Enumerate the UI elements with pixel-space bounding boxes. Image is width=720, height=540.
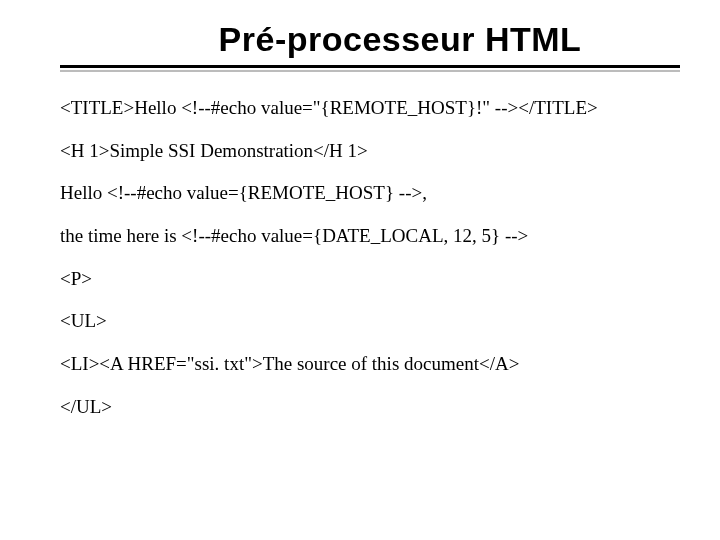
code-line: the time here is <!--#echo value={DATE_L… [60,224,680,249]
code-line: <P> [60,267,680,292]
code-line: <LI><A HREF="ssi. txt">The source of thi… [60,352,680,377]
title-underline [60,65,680,72]
code-line: <TITLE>Hello <!--#echo value="{REMOTE_HO… [60,96,680,121]
code-line: Hello <!--#echo value={REMOTE_HOST} -->, [60,181,680,206]
code-line: <H 1>Simple SSI Demonstration</H 1> [60,139,680,164]
code-line: </UL> [60,395,680,420]
code-line: <UL> [60,309,680,334]
slide-title: Pré-processeur HTML [120,20,680,59]
